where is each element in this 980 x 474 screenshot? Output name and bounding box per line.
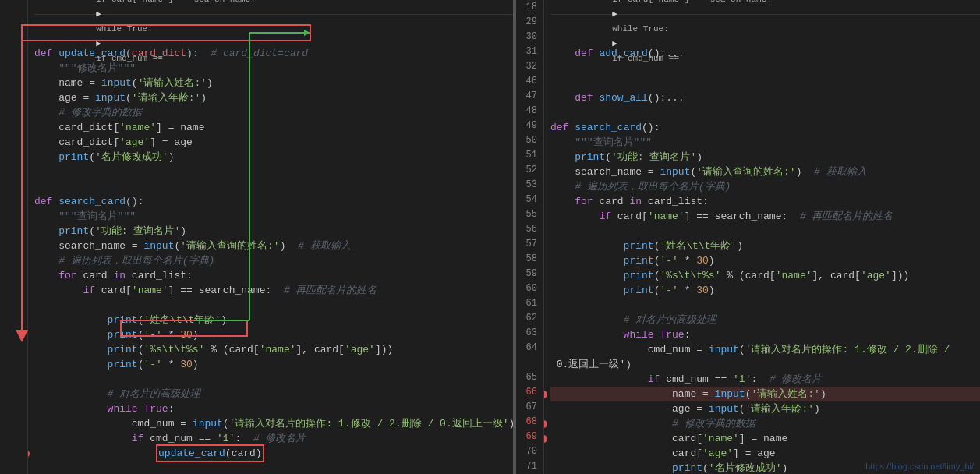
- line-num-46: 46: [522, 74, 537, 89]
- comment-card-dict: # card_dict=card: [211, 46, 308, 61]
- docstring-update: """修改名片""": [34, 61, 513, 76]
- line-num: [6, 296, 21, 311]
- line-num: [6, 0, 21, 15]
- line-num: [6, 281, 21, 296]
- line-num: [6, 252, 21, 267]
- line-num-blank: [522, 356, 537, 370]
- right-blank-30: [550, 31, 980, 46]
- right-breadcrumb: search_card() ▶ # for card in card_list:…: [550, 0, 980, 15]
- card-dict-name-line: card_dict['name'] = name: [34, 120, 513, 135]
- print-values-line: print('%s\t\t%s' % (card['name'], card['…: [34, 342, 513, 357]
- line-num: [6, 178, 21, 193]
- blank-line: [34, 298, 513, 313]
- right-card-age-70: card['age'] = age: [550, 446, 980, 461]
- right-print-func-51: print('功能: 查询名片'): [550, 150, 980, 164]
- line-num: [6, 30, 21, 44]
- line-num: [6, 267, 21, 281]
- editor-pane: search_card() ▶ # for card in card_list:…: [0, 0, 980, 474]
- line-num-50: 50: [522, 133, 537, 148]
- line-num-71: 71: [522, 459, 537, 474]
- line-num: [6, 222, 21, 237]
- def-search-card-line: def search_card():: [34, 194, 513, 209]
- line-num: [6, 356, 21, 370]
- line-num-52: 52: [522, 163, 537, 178]
- line-num-55: 55: [522, 207, 537, 222]
- while-true-line: while True:: [34, 401, 513, 416]
- right-print-values-59: print('%s\t\t%s' % (card['name'], card['…: [550, 268, 980, 283]
- right-name-input-66: name = input('请输入姓名:'): [550, 387, 980, 401]
- update-card-call-line: update_card(card): [34, 446, 513, 461]
- right-blank-48: [550, 105, 980, 120]
- right-print-dash-60: print('-' * 30): [550, 283, 980, 298]
- right-cmd-num-cont: 0.返回上一级'): [550, 357, 980, 372]
- line-num-32: 32: [522, 59, 537, 74]
- fn-update-card: update_card: [58, 46, 126, 61]
- right-code-area: 18 29 30 31 32 46 47 48 49 50 51 52 53 5…: [516, 0, 980, 474]
- line-num-57: 57: [522, 237, 537, 252]
- line-num: [6, 74, 21, 89]
- line-num: [6, 148, 21, 163]
- right-card-name-69: card['name'] = name: [550, 431, 980, 446]
- right-for-card-54: for card in card_list:: [550, 194, 980, 209]
- line-num-61: 61: [522, 296, 537, 311]
- line-num: [6, 444, 21, 459]
- line-num: [6, 59, 21, 74]
- right-comment-traverse-53: # 遍历列表，取出每个名片(字典): [550, 179, 980, 194]
- line-num: [6, 163, 21, 178]
- line-num-49: 49: [522, 118, 537, 133]
- blank-line: [34, 179, 513, 194]
- line-num-60: 60: [522, 281, 537, 296]
- line-num-47: 47: [522, 89, 537, 104]
- docstring-search: """查询名片""": [34, 209, 513, 224]
- print-name-age-header: print('姓名\t\t年龄'): [34, 313, 513, 327]
- right-if-cmd1-65: if cmd_num == '1': # 修改名片: [550, 372, 980, 387]
- blank-line: [34, 372, 513, 387]
- line-num-18: 18: [522, 0, 537, 15]
- blank-line: [34, 164, 513, 179]
- right-while-true-63: while True:: [550, 327, 980, 342]
- right-line-numbers: 18 29 30 31 32 46 47 48 49 50 51 52 53 5…: [516, 0, 544, 474]
- line-num: [6, 237, 21, 252]
- line-num-53: 53: [522, 178, 537, 193]
- left-line-numbers: [0, 0, 28, 474]
- print-dash-line2: print('-' * 30): [34, 357, 513, 372]
- if-card-name-line: if card['name'] == search_name: # 再匹配名片的…: [34, 283, 513, 298]
- line-num-58: 58: [522, 252, 537, 267]
- line-num-48: 48: [522, 104, 537, 118]
- blank-line: [34, 31, 513, 46]
- search-name-input-line: search_name = input('请输入查询的姓名:') # 获取输入: [34, 239, 513, 253]
- line-num: [6, 341, 21, 356]
- def-update-card-line: def update_card(card_dict): # card_dict=…: [34, 46, 513, 61]
- print-success-line: print('名片修改成功'): [34, 150, 513, 164]
- line-num: [6, 44, 21, 59]
- age-input-line: age = input('请输入年龄:'): [34, 90, 513, 105]
- line-num: [6, 118, 21, 133]
- line-num-29: 29: [522, 15, 537, 30]
- blank-line: [34, 16, 513, 31]
- comment-modify-dict: # 修改字典的数据: [34, 105, 513, 120]
- print-func-line: print('功能: 查询名片'): [34, 224, 513, 239]
- if-cmd-num-line: if cmd_num == '1': # 修改名片: [34, 431, 513, 446]
- left-code-content[interactable]: search_card() ▶ # for card in card_list:…: [28, 0, 513, 474]
- line-num-59: 59: [522, 267, 537, 281]
- line-num: [6, 430, 21, 444]
- line-num-62: 62: [522, 311, 537, 326]
- line-num-68: 68: [522, 415, 537, 430]
- comment-advanced: # 对名片的高级处理: [34, 387, 513, 401]
- line-num: [6, 311, 21, 326]
- breadcrumb-line: search_card() ▶ # for card in card_list:…: [34, 0, 513, 15]
- right-code-content[interactable]: search_card() ▶ # for card in card_list:…: [544, 0, 980, 474]
- print-dash-line: print('-' * 30): [34, 327, 513, 342]
- line-num-54: 54: [522, 193, 537, 207]
- right-comment-modify-68: # 修改字典的数据: [550, 416, 980, 431]
- right-print-name-age-57: print('姓名\t\t年龄'): [550, 239, 980, 253]
- right-age-input-67: age = input('请输入年龄:'): [550, 401, 980, 416]
- keyword-def: def: [34, 46, 58, 61]
- line-num: [6, 400, 21, 415]
- for-card-line: for card in card_list:: [34, 268, 513, 283]
- line-num: [6, 415, 21, 430]
- line-num: [6, 370, 21, 385]
- right-blank-32: [550, 61, 980, 76]
- line-num-63: 63: [522, 326, 537, 341]
- right-comment-advanced-62: # 对名片的高级处理: [550, 313, 980, 327]
